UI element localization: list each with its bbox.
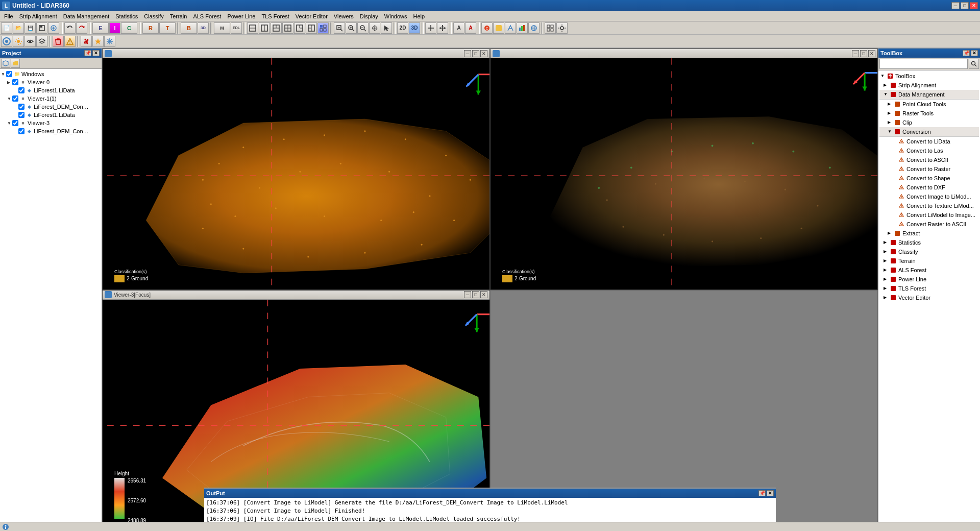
tree-item-liforest1[interactable]: ▶ ◆ LiForest1.LiData xyxy=(1,111,101,119)
checkbox-liforest1[interactable] xyxy=(18,112,24,118)
tb-text2[interactable]: A xyxy=(465,22,476,34)
checkbox-viewer0[interactable] xyxy=(12,79,18,85)
tb-delete[interactable] xyxy=(53,36,64,47)
toolbox-search-button[interactable] xyxy=(969,59,979,69)
viewer-restore-tr[interactable]: □ xyxy=(860,50,867,57)
tb-B[interactable]: B xyxy=(181,22,197,34)
viewer-minimize-tl[interactable]: ─ xyxy=(464,50,471,57)
menu-als-forest[interactable]: ALS Forest xyxy=(190,12,224,20)
checkbox-viewer3[interactable] xyxy=(12,120,18,126)
tb-lidar-icon[interactable] xyxy=(1,36,12,47)
tb-redo[interactable] xyxy=(76,22,87,34)
toolbox-search-input[interactable] xyxy=(879,59,968,69)
tb-save[interactable]: 💾 xyxy=(24,22,36,34)
tb-undo[interactable] xyxy=(64,22,76,34)
tb-tls-forest[interactable]: ▶ TLS Forest xyxy=(879,284,979,293)
tb-settings[interactable] xyxy=(556,22,568,34)
tb-terrain[interactable]: ▶ Terrain xyxy=(879,256,979,266)
tb-point-cloud-tools[interactable]: ▶ Point Cloud Tools xyxy=(879,100,979,109)
tb-radiation[interactable] xyxy=(81,36,92,47)
viewer-close-tr[interactable]: ✕ xyxy=(868,50,875,57)
viewer-close-tl[interactable]: ✕ xyxy=(480,50,487,57)
tb-EDL[interactable]: EDL xyxy=(231,22,242,34)
menu-power-line[interactable]: Power Line xyxy=(224,12,258,20)
tb-convert-texture-limod[interactable]: ▶ Convert to Texture LiMod... xyxy=(879,201,979,210)
menu-vector-editor[interactable]: Vector Editor xyxy=(292,12,331,20)
tb-color2[interactable] xyxy=(493,22,504,34)
tb-sun-icon[interactable] xyxy=(13,36,24,47)
tb-convert-lidata[interactable]: ▶ Convert to LiData xyxy=(879,137,979,146)
close-button[interactable]: ✕ xyxy=(970,2,978,9)
tb-chart[interactable] xyxy=(517,22,528,34)
tb-save-as[interactable] xyxy=(36,22,47,34)
project-close-btn[interactable]: ✕ xyxy=(92,50,100,56)
viewer-close-bl[interactable]: ✕ xyxy=(480,291,487,298)
tb-C[interactable]: C xyxy=(121,22,137,34)
menu-tls-forest[interactable]: TLS Forest xyxy=(258,12,292,20)
tb-R[interactable]: R xyxy=(142,22,159,34)
output-pin-btn[interactable]: 📌 xyxy=(758,490,766,496)
tb-view6[interactable] xyxy=(306,22,317,34)
tb-view4[interactable] xyxy=(282,22,293,34)
tree-item-dem3[interactable]: ▶ ◆ LiForest_DEM_Convert I... xyxy=(1,127,101,135)
checkbox-dem1[interactable] xyxy=(18,104,24,110)
menu-terrain[interactable]: Terrain xyxy=(167,12,190,20)
tb-root[interactable]: ▼ ToolBox xyxy=(879,71,979,81)
tb-convert-las[interactable]: ▶ Convert to Las xyxy=(879,146,979,155)
tb-eye-icon[interactable] xyxy=(24,36,36,47)
tb-view1[interactable] xyxy=(247,22,258,34)
tb-view7[interactable] xyxy=(317,22,329,34)
tb-T[interactable]: T xyxy=(159,22,176,34)
checkbox-dem3[interactable] xyxy=(18,128,24,134)
tb-convert-ascii[interactable]: ▶ Convert to ASCII xyxy=(879,155,979,164)
tb-raster-tools[interactable]: ▶ Raster Tools xyxy=(879,109,979,118)
tb-convert-limod-img[interactable]: ▶ Convert LiModel to Image... xyxy=(879,210,979,220)
checkbox-windows[interactable] xyxy=(6,71,12,77)
tb-data-management[interactable]: ▼ Data Management xyxy=(879,90,979,100)
project-add-btn[interactable] xyxy=(1,59,10,68)
tb-power-line[interactable]: ▶ Power Line xyxy=(879,275,979,284)
tb-cursor[interactable] xyxy=(381,22,392,34)
tree-item-viewer3[interactable]: ▼ ■ Viewer-3 xyxy=(1,119,101,127)
tb-move[interactable] xyxy=(437,22,448,34)
tb-3d[interactable]: 3D xyxy=(409,22,420,34)
tb-statistics[interactable]: ▶ Statistics xyxy=(879,238,979,247)
tb-vector-editor[interactable]: ▶ Vector Editor xyxy=(879,293,979,302)
tb-view3[interactable] xyxy=(271,22,282,34)
tree-item-liforest0[interactable]: ▶ ◆ LiForest1.LiData xyxy=(1,86,101,94)
tb-grid[interactable] xyxy=(545,22,556,34)
tree-item-dem1[interactable]: ▶ ◆ LiForest_DEM_Convert I... xyxy=(1,103,101,111)
restore-button[interactable]: □ xyxy=(961,2,969,9)
project-pin-btn[interactable]: 📌 xyxy=(84,50,91,56)
menu-strip-alignment[interactable]: Strip Alignment xyxy=(16,12,60,20)
tb-E[interactable]: E xyxy=(92,22,109,34)
tree-item-viewer0[interactable]: ▶ ■ Viewer-0 xyxy=(1,78,101,86)
tb-add-data[interactable] xyxy=(48,22,59,34)
viewer-minimize-tr[interactable]: ─ xyxy=(852,50,859,57)
tb-zoom-in[interactable] xyxy=(346,22,357,34)
tb-view5[interactable] xyxy=(294,22,305,34)
project-folder-btn[interactable] xyxy=(11,59,20,68)
checkbox-liforest0[interactable] xyxy=(18,87,24,93)
tb-color1[interactable]: C xyxy=(481,22,493,34)
tb-classify[interactable]: ▶ Classify xyxy=(879,247,979,256)
tb-new[interactable]: 📄 xyxy=(1,22,12,34)
tb-strip-alignment[interactable]: ▶ Strip Alignment xyxy=(879,81,979,90)
tb-open[interactable]: 📂 xyxy=(13,22,24,34)
tb-view2[interactable] xyxy=(259,22,270,34)
tb-clip[interactable]: ▶ Clip xyxy=(879,118,979,127)
checkbox-viewer1[interactable] xyxy=(12,95,18,102)
tb-cross[interactable] xyxy=(425,22,436,34)
toolbox-close-btn[interactable]: ✕ xyxy=(971,50,978,56)
viewer-minimize-bl[interactable]: ─ xyxy=(464,291,471,298)
output-close-btn[interactable]: ✕ xyxy=(767,490,774,496)
tree-item-windows[interactable]: ▼ 📁 Windows xyxy=(1,70,101,78)
viewer-restore-bl[interactable]: □ xyxy=(472,291,479,298)
tb-convert-dxf[interactable]: ▶ Convert to DXF xyxy=(879,183,979,192)
viewer-restore-tl[interactable]: □ xyxy=(472,50,479,57)
tb-3D-ID[interactable]: 3D xyxy=(198,22,209,34)
tb-color3[interactable] xyxy=(505,22,516,34)
menu-help[interactable]: Help xyxy=(410,12,428,20)
menu-display[interactable]: Display xyxy=(357,12,381,20)
tb-convert-shape[interactable]: ▶ Convert to Shape xyxy=(879,174,979,183)
